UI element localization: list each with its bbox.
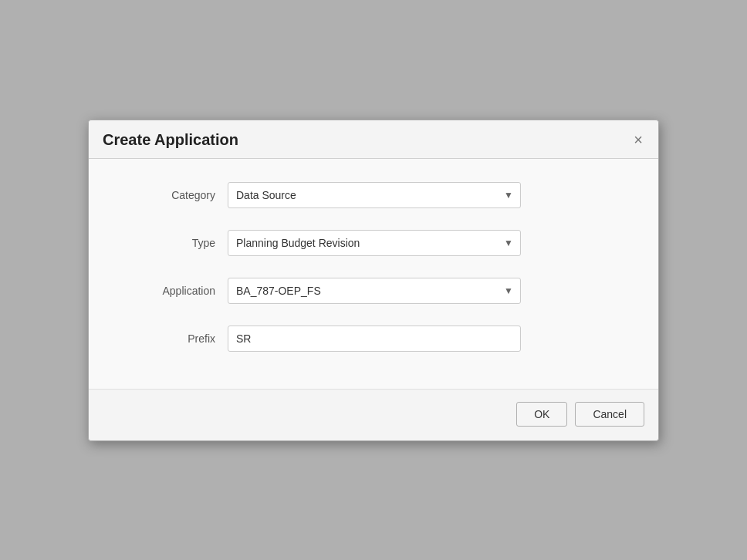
prefix-control xyxy=(228,326,521,352)
application-select-wrapper: BA_787-OEP_FS ▼ xyxy=(228,278,521,304)
type-row: Type Planning Budget Revision ▼ xyxy=(120,230,627,256)
ok-button[interactable]: OK xyxy=(516,402,567,427)
type-label: Type xyxy=(120,237,228,249)
category-label: Category xyxy=(120,189,228,201)
dialog-body: Category Data Source ▼ Type Planning Bud… xyxy=(89,159,658,389)
dialog-overlay: Create Application × Category Data Sourc… xyxy=(0,0,747,560)
application-row: Application BA_787-OEP_FS ▼ xyxy=(120,278,627,304)
prefix-input[interactable] xyxy=(228,326,521,352)
prefix-row: Prefix xyxy=(120,326,627,352)
application-label: Application xyxy=(120,285,228,297)
type-control: Planning Budget Revision ▼ xyxy=(228,230,521,256)
dialog-footer: OK Cancel xyxy=(89,389,658,440)
category-row: Category Data Source ▼ xyxy=(120,182,627,208)
type-select[interactable]: Planning Budget Revision xyxy=(228,230,521,256)
application-control: BA_787-OEP_FS ▼ xyxy=(228,278,521,304)
application-select[interactable]: BA_787-OEP_FS xyxy=(228,278,521,304)
type-select-wrapper: Planning Budget Revision ▼ xyxy=(228,230,521,256)
category-select-wrapper: Data Source ▼ xyxy=(228,182,521,208)
dialog-header: Create Application × xyxy=(89,120,658,159)
category-control: Data Source ▼ xyxy=(228,182,521,208)
cancel-button[interactable]: Cancel xyxy=(575,402,644,427)
create-application-dialog: Create Application × Category Data Sourc… xyxy=(88,120,659,441)
prefix-label: Prefix xyxy=(120,332,228,345)
category-select[interactable]: Data Source xyxy=(228,182,521,208)
dialog-title: Create Application xyxy=(103,131,238,149)
close-button[interactable]: × xyxy=(632,132,644,147)
